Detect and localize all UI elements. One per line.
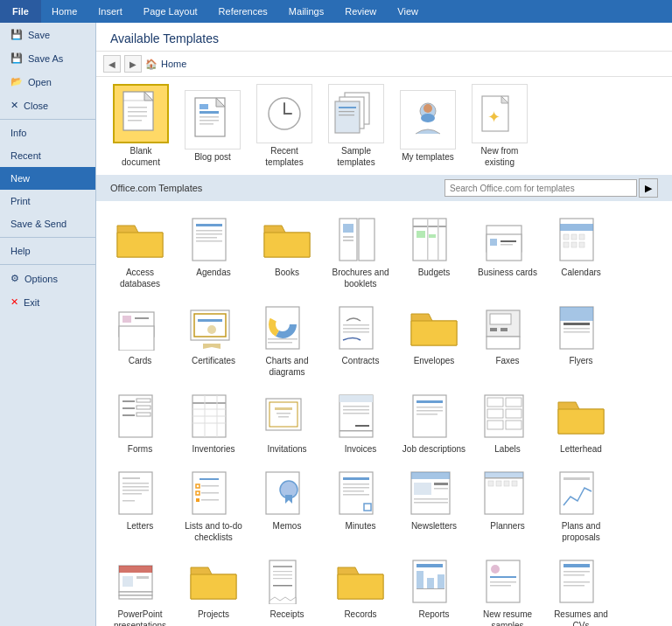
sidebar-item-new[interactable]: New [0,167,95,190]
template-forms[interactable]: Forms [103,385,177,462]
template-letterhead[interactable]: Letterhead [544,385,618,462]
newsletters-icon [410,469,458,518]
template-calendars[interactable]: Calendars [544,208,618,296]
sidebar-item-save-as[interactable]: 💾 Save As [0,46,95,70]
my-templates-icon-box [400,90,456,150]
sidebar-item-open[interactable]: 📂 Open [0,70,95,94]
svg-rect-61 [191,310,229,340]
template-records[interactable]: Records [324,550,397,626]
template-contracts[interactable]: Contracts [324,296,397,385]
svg-rect-17 [335,101,360,133]
sidebar-item-exit[interactable]: ✕ Exit [0,290,95,314]
ppt-icon [116,557,164,606]
letterhead-icon [556,392,606,441]
sidebar-item-save[interactable]: 💾 Save [0,23,95,46]
tab-home[interactable]: Home [41,0,88,23]
blog-post-icon [193,97,232,143]
template-reports[interactable]: Reports [397,550,471,626]
template-agendas[interactable]: Agendas [177,208,250,296]
search-input[interactable] [444,179,637,197]
template-new-resume[interactable]: New resume samples [471,550,544,626]
template-lists[interactable]: Lists and to-do checklists [177,462,250,550]
quick-blank-document[interactable]: Blank document [110,84,172,168]
lists-label: Lists and to-do checklists [180,520,247,543]
template-access-db[interactable]: Access databases [103,208,177,296]
certificates-label: Certificates [192,355,235,366]
template-receipts[interactable]: Receipts [250,550,324,626]
lists-icon [189,469,238,518]
sidebar-item-close[interactable]: ✕ Close [0,94,95,117]
tab-references[interactable]: References [208,0,278,23]
svg-rect-92 [192,402,226,404]
tab-file[interactable]: File [0,0,41,23]
back-button[interactable]: ◀ [103,55,121,73]
quick-sample-templates[interactable]: Sample templates [326,84,387,168]
sidebar-item-help[interactable]: Help [0,240,95,262]
template-envelopes[interactable]: Envelopes [397,296,471,385]
sidebar-new-label: New [10,173,30,184]
template-newsletters[interactable]: Newsletters [397,462,471,550]
quick-blog-post[interactable]: Blog post [182,90,243,163]
sidebar-item-save-send[interactable]: Save & Send [0,212,95,235]
template-charts[interactable]: Charts and diagrams [250,296,324,385]
faxes-icon [483,303,532,352]
template-invoices[interactable]: Invoices [324,385,397,462]
quick-my-templates[interactable]: My templates [397,90,458,163]
quick-recent-templates[interactable]: Recent templates [254,84,315,168]
sidebar-separator-1 [0,119,95,120]
svg-rect-46 [490,239,497,246]
minutes-label: Minutes [345,520,375,532]
svg-rect-31 [196,237,217,239]
svg-rect-29 [196,230,222,232]
template-projects[interactable]: Projects [177,550,250,626]
inventories-icon [189,392,238,441]
template-certificates[interactable]: Certificates [177,296,250,385]
template-planners[interactable]: Planners [471,462,544,550]
search-button[interactable]: ▶ [639,178,658,198]
template-cards[interactable]: Cards [103,296,177,385]
template-faxes[interactable]: Faxes [471,296,544,385]
svg-rect-104 [340,395,373,402]
sidebar-open-label: Open [28,77,52,87]
recent-templates-icon [265,91,304,136]
template-flyers[interactable]: Flyers [544,296,618,385]
template-plans[interactable]: Plans and proposals [544,462,618,550]
svg-rect-98 [266,399,301,430]
template-business-cards[interactable]: Business cards [471,208,544,296]
tab-insert[interactable]: Insert [88,0,133,23]
records-label: Records [344,609,376,620]
template-minutes[interactable]: Minutes [324,462,397,550]
svg-rect-114 [416,414,438,415]
sidebar-item-info[interactable]: Info [0,122,95,144]
quick-new-from-existing[interactable]: ✦ New from existing [469,84,530,168]
svg-rect-165 [119,595,152,599]
template-brochures[interactable]: Brochures and booklets [324,208,397,296]
tab-review[interactable]: Review [334,0,387,23]
svg-rect-190 [564,585,584,587]
access-db-label: Access databases [107,267,173,289]
sidebar-item-options[interactable]: ⚙ Options [0,267,95,290]
sidebar-item-print[interactable]: Print [0,190,95,212]
template-resumes[interactable]: Resumes and CVs [544,550,618,626]
forward-button[interactable]: ▶ [124,55,142,73]
svg-rect-68 [268,338,298,340]
template-letters[interactable]: Letters [103,462,177,550]
svg-rect-171 [273,574,292,575]
svg-rect-10 [200,116,219,118]
tab-view[interactable]: View [387,0,429,23]
template-labels[interactable]: Labels [471,385,544,462]
template-ppt[interactable]: PowerPoint presentations and slides [103,550,177,626]
tab-mailings[interactable]: Mailings [278,0,334,23]
template-budgets[interactable]: Budgets [397,208,471,296]
svg-rect-87 [122,407,135,409]
template-memos[interactable]: Memos [250,462,324,550]
letters-icon [116,469,164,518]
tab-page-layout[interactable]: Page Layout [133,0,208,23]
template-job-desc[interactable]: Job descriptions [397,385,471,462]
template-invitations[interactable]: Invitations [250,385,324,462]
svg-text:✦: ✦ [487,108,500,126]
home-nav[interactable]: 🏠 Home [145,59,186,70]
template-books[interactable]: Books [250,208,324,296]
template-inventories[interactable]: Inventories [177,385,250,462]
sidebar-item-recent[interactable]: Recent [0,144,95,167]
